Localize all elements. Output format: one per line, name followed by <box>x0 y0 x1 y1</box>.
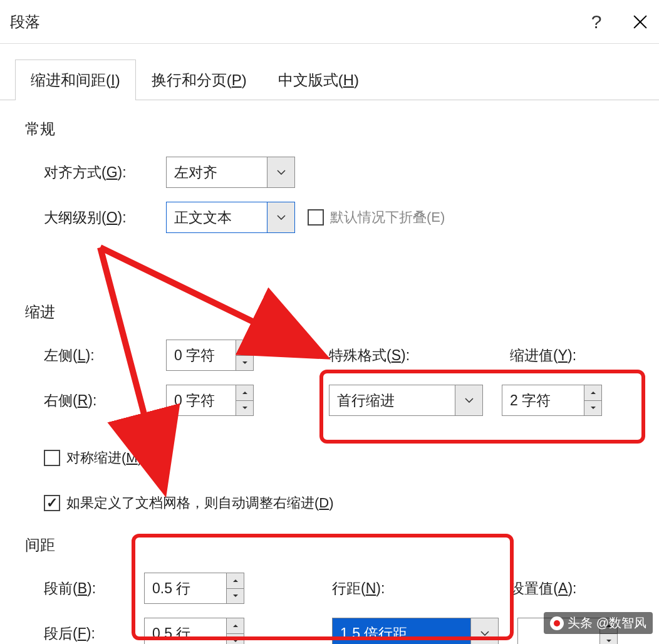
collapse-by-default-checkbox[interactable]: 默认情况下折叠(E) <box>308 208 445 227</box>
outline-level-label: 大纲级别(O): <box>44 208 166 227</box>
checkbox-icon <box>308 209 324 226</box>
section-indent: 缩进 <box>25 302 659 322</box>
indent-by-label: 缩进值(Y): <box>510 346 576 365</box>
line-spacing-value: 1.5 倍行距 <box>333 618 470 644</box>
chevron-down-icon[interactable] <box>267 157 294 187</box>
mirror-indent-checkbox[interactable]: 对称缩进(M) <box>44 449 142 467</box>
outline-level-combo[interactable]: 正文文本 <box>166 202 295 233</box>
indent-right-label: 右侧(R): <box>44 391 166 410</box>
spinner-up-icon[interactable] <box>236 340 253 356</box>
spinner-down-icon[interactable] <box>600 634 617 645</box>
tab-strip: 缩进和间距(I) 换行和分页(P) 中文版式(H) <box>0 59 659 100</box>
dialog-title: 段落 <box>10 12 576 32</box>
space-before-spinner[interactable]: 0.5 行 <box>144 573 244 604</box>
indent-by-spinner[interactable]: 2 字符 <box>502 385 602 416</box>
line-spacing-combo[interactable]: 1.5 倍行距 <box>332 618 499 644</box>
indent-right-spinner[interactable]: 0 字符 <box>166 385 254 416</box>
spinner-up-icon[interactable] <box>227 573 244 589</box>
space-after-label: 段后(F): <box>44 624 144 643</box>
tab-line-page-breaks[interactable]: 换行和分页(P) <box>136 60 262 100</box>
spinner-up-icon[interactable] <box>584 385 601 401</box>
watermark-logo-icon <box>550 616 564 630</box>
chevron-down-icon[interactable] <box>267 202 294 232</box>
spinner-down-icon[interactable] <box>584 401 601 416</box>
special-format-label: 特殊格式(S): <box>329 346 410 365</box>
checkbox-icon <box>44 450 60 466</box>
alignment-label: 对齐方式(G): <box>44 163 166 182</box>
section-general: 常规 <box>25 119 659 139</box>
spinner-up-icon[interactable] <box>227 618 244 634</box>
space-before-value: 0.5 行 <box>145 573 226 603</box>
alignment-value: 左对齐 <box>167 157 267 187</box>
line-spacing-label: 行距(N): <box>332 579 385 598</box>
auto-adjust-right-indent-checkbox[interactable]: 如果定义了文档网格，则自动调整右缩进(D) <box>44 494 334 512</box>
tab-indent-spacing[interactable]: 缩进和间距(I) <box>15 60 136 100</box>
checkbox-checked-icon <box>44 495 60 511</box>
help-button[interactable]: ? <box>576 11 616 33</box>
spinner-down-icon[interactable] <box>227 589 244 604</box>
close-button[interactable] <box>631 13 649 31</box>
watermark: 头条 @数智风 <box>544 612 653 634</box>
spinner-down-icon[interactable] <box>236 401 253 416</box>
alignment-combo[interactable]: 左对齐 <box>166 157 295 188</box>
indent-left-spinner[interactable]: 0 字符 <box>166 340 254 371</box>
indent-left-value: 0 字符 <box>167 340 236 370</box>
outline-level-value: 正文文本 <box>167 202 267 232</box>
special-format-combo[interactable]: 首行缩进 <box>329 385 483 416</box>
spinner-up-icon[interactable] <box>236 385 253 401</box>
chevron-down-icon[interactable] <box>470 618 498 644</box>
indent-by-value: 2 字符 <box>502 385 584 415</box>
spinner-down-icon[interactable] <box>236 356 253 371</box>
chevron-down-icon[interactable] <box>455 385 482 415</box>
indent-right-value: 0 字符 <box>167 385 236 415</box>
space-after-value: 0.5 行 <box>145 618 226 644</box>
indent-left-label: 左侧(L): <box>44 346 166 365</box>
special-format-value: 首行缩进 <box>330 385 455 415</box>
space-before-label: 段前(B): <box>44 579 144 598</box>
spinner-down-icon[interactable] <box>227 634 244 645</box>
space-after-spinner[interactable]: 0.5 行 <box>144 618 244 644</box>
section-spacing: 间距 <box>25 535 659 555</box>
tab-asian-typography[interactable]: 中文版式(H) <box>262 60 375 100</box>
spacing-at-label: 设置值(A): <box>510 579 576 598</box>
